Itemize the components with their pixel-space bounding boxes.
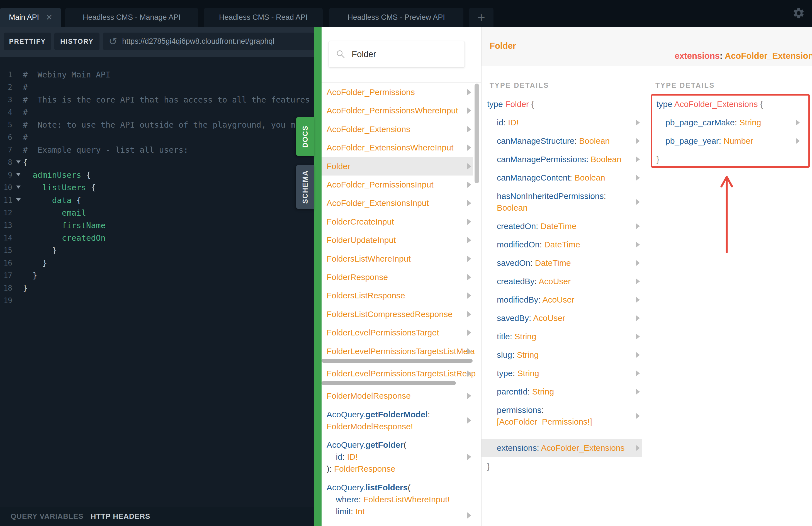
field-canmanagecontent[interactable]: canManageContent: Boolean	[497, 172, 605, 184]
doc-item-acoquery-listfolders[interactable]: where: FoldersListWhereInput!	[323, 493, 475, 506]
code-text: listUsers {	[23, 181, 96, 194]
line-number: 17	[0, 269, 12, 282]
token: FoldersListWhereInput!	[363, 495, 450, 504]
doc-search-input[interactable]	[351, 49, 458, 60]
field-savedby[interactable]: savedBy: AcoUser	[497, 312, 565, 324]
expand-arrow-icon	[467, 274, 471, 280]
doc-item-folderlevelpermissionstargetslistrespo[interactable]: FolderLevelPermissionsTargetsListRespo	[323, 367, 475, 380]
fold-caret-icon[interactable]	[16, 160, 20, 163]
http-headers-tab[interactable]: HTTP HEADERS	[91, 512, 150, 521]
field-permissions[interactable]: permissions:	[497, 404, 543, 416]
doc-item-acoquery-listfolders[interactable]: limit: Int	[323, 506, 475, 517]
token: modifiedOn	[497, 240, 539, 249]
token: # Example query - list all users:	[23, 145, 188, 155]
doc-list-vertical-scrollbar[interactable]	[475, 84, 479, 183]
token: Boolean	[575, 173, 605, 182]
doc-item-acoquery-getfoldermodel[interactable]: AcoQuery.getFolderModel:	[323, 408, 475, 421]
doc-item-acofolder-permissionswhereinput[interactable]: AcoFolder_PermissionsWhereInput	[323, 104, 475, 117]
doc-item-folderlevelpermissionstarget[interactable]: FolderLevelPermissionsTarget	[323, 326, 475, 339]
expand-arrow-icon	[636, 315, 640, 321]
settings-gear-icon[interactable]	[792, 7, 805, 19]
field-createdby[interactable]: createdBy: AcoUser	[497, 275, 571, 288]
field-parentid[interactable]: parentId: String	[497, 385, 554, 398]
doc-item-folderlevelpermissionstargetslistmeta[interactable]: FolderLevelPermissionsTargetsListMeta	[323, 345, 475, 357]
close-tab-icon[interactable]: ×	[46, 12, 52, 22]
field-canmanagestructure[interactable]: canManageStructure: Boolean	[497, 135, 610, 147]
horizontal-scrollbar[interactable]	[322, 359, 473, 363]
token: FolderLevelPermissionsTargetsListRespo	[327, 369, 475, 378]
docs-side-tab[interactable]: DOCS	[296, 117, 314, 156]
reload-icon[interactable]: ↺	[109, 36, 117, 46]
pane-divider[interactable]	[314, 27, 322, 526]
expand-arrow-icon	[467, 311, 471, 317]
doc-item-acoquery-getfoldermodel[interactable]: FolderModelResponse!	[323, 420, 475, 433]
expand-arrow-icon	[636, 278, 640, 284]
doc-item-text: AcoQuery.getFolderModel:	[323, 408, 430, 421]
doc-item-folderslistcompressedresponse[interactable]: FoldersListCompressedResponse	[323, 308, 475, 320]
token: AcoQuery.	[327, 410, 366, 419]
editor-line: 1# Webiny Main API	[0, 69, 314, 81]
doc-item-foldermodelresponse[interactable]: FolderModelResponse	[323, 390, 475, 402]
token: savedBy	[497, 313, 529, 323]
field-slug[interactable]: slug: String	[497, 349, 539, 361]
doc-item-acoquery-getfolder[interactable]: AcoQuery.getFolder(	[323, 439, 475, 451]
doc-item-folderslistwhereinput[interactable]: FoldersListWhereInput	[323, 253, 475, 265]
doc-item-acoquery-listfolders[interactable]: AcoQuery.listFolders(	[323, 481, 475, 494]
doc-item-acofolder-permissionsinput[interactable]: AcoFolder_PermissionsInput	[323, 179, 475, 191]
doc-item-foldercreateinput[interactable]: FolderCreateInput	[323, 216, 475, 228]
field-id[interactable]: id: ID!	[497, 116, 519, 129]
token: FolderModelResponse	[327, 391, 411, 400]
field-modifiedon[interactable]: modifiedOn: DateTime	[497, 238, 580, 251]
prettify-button[interactable]: PRETTIFY	[4, 33, 51, 50]
query-variables-tab[interactable]: QUERY VARIABLES	[11, 512, 84, 521]
doc-item-folderupdateinput[interactable]: FolderUpdateInput	[323, 234, 475, 246]
expand-arrow-icon	[636, 413, 640, 419]
horizontal-scrollbar[interactable]	[322, 381, 456, 385]
schema-side-tab[interactable]: SCHEMA	[296, 165, 314, 209]
doc-item-text: FolderLevelPermissionsTargetsListRespo	[323, 367, 475, 380]
field-pb-page-carmake[interactable]: pb_page_carMake: String	[665, 116, 761, 129]
field-extensions[interactable]: extensions: AcoFolder_Extensions	[497, 442, 625, 454]
field-hasnoninheritedpermissions[interactable]: hasNonInheritedPermissions:	[497, 190, 606, 202]
token: String	[514, 332, 536, 341]
doc-item-acofolder-permissions[interactable]: AcoFolder_Permissions	[323, 86, 475, 98]
doc-item-acofolder-extensionsinput[interactable]: AcoFolder_ExtensionsInput	[323, 197, 475, 209]
fold-caret-icon[interactable]	[16, 186, 20, 189]
field-pb-page-year[interactable]: pb_page_year: Number	[665, 135, 753, 147]
doc-item-acoquery-getfolder[interactable]: id: ID!	[323, 451, 475, 463]
tab-headless-cms-preview-api[interactable]: Headless CMS - Preview API	[329, 8, 463, 27]
token: AcoUser	[533, 313, 565, 323]
tab-headless-cms-manage-api[interactable]: Headless CMS - Manage API	[65, 8, 198, 27]
tab-headless-cms-read-api[interactable]: Headless CMS - Read API	[204, 8, 323, 27]
doc-item-acofolder-extensionswhereinput[interactable]: AcoFolder_ExtensionsWhereInput	[323, 142, 475, 154]
field-permissions-type[interactable]: [AcoFolder_Permissions!]	[497, 416, 592, 428]
field-title[interactable]: title: String	[497, 331, 536, 343]
expand-arrow-icon	[467, 237, 471, 243]
tab-main-api[interactable]: Main API×	[0, 8, 61, 27]
field-modifiedby[interactable]: modifiedBy: AcoUser	[497, 294, 574, 306]
tab-label: Headless CMS - Preview API	[347, 13, 445, 22]
doc-item-folderslistresponse[interactable]: FoldersListResponse	[323, 290, 475, 302]
field-hasnoninheritedpermissions-type[interactable]: Boolean	[497, 202, 527, 214]
token: {	[531, 100, 534, 109]
fold-caret-icon[interactable]	[16, 173, 20, 176]
fold-caret-icon[interactable]	[16, 199, 20, 202]
doc-item-folderresponse[interactable]: FolderResponse	[323, 271, 475, 283]
endpoint-url-input[interactable]	[121, 37, 314, 46]
code-text: # This is the core API that has access t…	[23, 93, 310, 106]
expand-arrow-icon	[467, 182, 471, 188]
doc-item-acofolder-extensions[interactable]: AcoFolder_Extensions	[323, 123, 475, 135]
token: AcoFolder_Extensions	[541, 443, 624, 452]
new-tab-button[interactable]: +	[469, 8, 493, 27]
tab-label: Headless CMS - Manage API	[83, 13, 180, 22]
history-button[interactable]: HISTORY	[54, 33, 100, 50]
code-text: #	[23, 106, 28, 119]
query-editor[interactable]: 1# Webiny Main API2#3# This is the core …	[0, 57, 314, 507]
field-createdon[interactable]: createdOn: DateTime	[497, 220, 577, 232]
doc-item-acoquery-getfolder[interactable]: ): FolderResponse	[323, 463, 475, 475]
token: :	[428, 410, 430, 419]
field-type[interactable]: type: String	[497, 367, 539, 379]
field-canmanagepermissions[interactable]: canManagePermissions: Boolean	[497, 153, 621, 165]
doc-item-folder[interactable]: Folder	[323, 160, 475, 173]
field-savedon[interactable]: savedOn: DateTime	[497, 257, 571, 269]
